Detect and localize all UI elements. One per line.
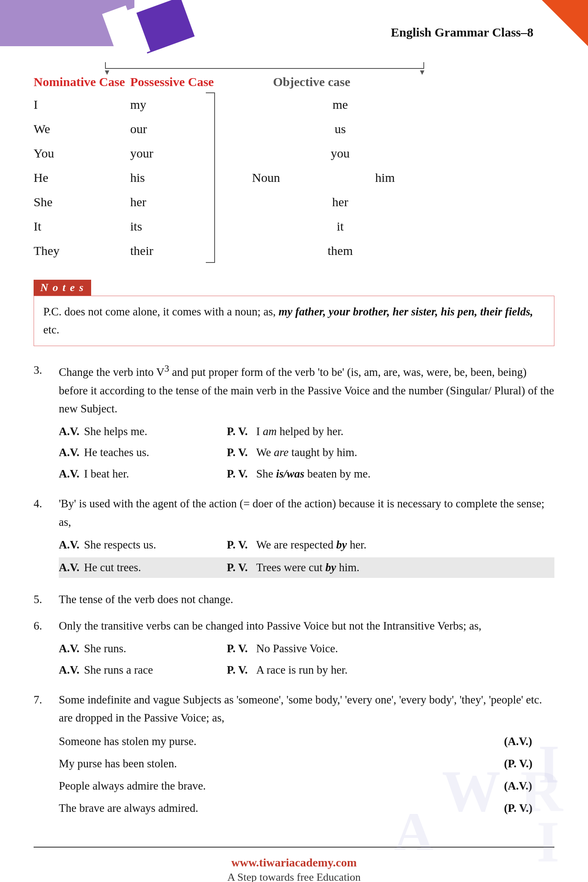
numbered-section: 3. Change the verb into V3 and put prope…: [34, 361, 554, 822]
pronoun-row-we: We our us: [34, 117, 554, 141]
poss-his: his: [130, 171, 239, 185]
pronoun-rows-container: I my me We our us You your you He his No…: [34, 92, 554, 263]
col-possessive-header: Possessive Case: [130, 75, 239, 89]
label-1: (A.V.): [504, 732, 554, 751]
sentence-1: Someone has stolen my purse.: [59, 732, 504, 751]
label-2: (P. V.): [504, 755, 554, 773]
sentence-3: People always admire the brave.: [59, 777, 504, 795]
example-row-3-1: A.V. She helps me. P. V. I am helped by …: [59, 423, 554, 440]
sentence-example-2: My purse has been stolen. (P. V.): [59, 755, 554, 773]
notes-bold-italic: my father, your brother, her sister, his…: [278, 305, 533, 318]
sentence-example-4: The brave are always admired. (P. V.): [59, 799, 554, 817]
nom-she: She: [34, 195, 130, 209]
example-row-6-2: A.V. She runs a race P. V. A race is run…: [59, 662, 554, 679]
item4-text: 'By' is used with the agent of the actio…: [59, 497, 544, 528]
item6-text: Only the transitive verbs can be changed…: [59, 620, 481, 632]
label-4: (P. V.): [504, 799, 554, 817]
nom-he: He: [34, 171, 130, 185]
item3-examples: A.V. She helps me. P. V. I am helped by …: [59, 423, 554, 483]
header-title: English Grammar Class–8: [391, 25, 533, 39]
poss-my: my: [130, 97, 239, 112]
example-row-6-1: A.V. She runs. P. V. No Passive Voice.: [59, 640, 554, 657]
notes-text2: etc.: [43, 323, 59, 336]
sentence-example-1: Someone has stolen my purse. (A.V.): [59, 732, 554, 751]
nom-you: You: [34, 146, 130, 160]
numbered-item-6: 6. Only the transitive verbs can be chan…: [34, 617, 554, 682]
obj-him: him: [326, 171, 444, 185]
numbered-item-5: 5. The tense of the verb does not change…: [34, 591, 554, 609]
notes-section: N o t e s P.C. does not come alone, it c…: [34, 280, 554, 346]
orange-triangle: [542, 0, 588, 46]
pronoun-section: ▼ ▼ Nominative Case Possessive Case Obje…: [34, 59, 554, 263]
poss-their: their: [130, 244, 239, 258]
sentence-4: The brave are always admired.: [59, 799, 504, 817]
example-row-4-1: A.V. She respects us. P. V. We are respe…: [59, 536, 554, 554]
numbered-item-4: 4. 'By' is used with the agent of the ac…: [34, 495, 554, 582]
pronoun-row-you: You your you: [34, 141, 554, 165]
poss-her: her: [130, 195, 239, 209]
obj-you: you: [281, 146, 399, 160]
nom-they: They: [34, 244, 130, 258]
example-row-4-2: A.V. He cut trees. P. V. Trees were cut …: [59, 557, 554, 578]
item7-text: Some indefinite and vague Subjects as 's…: [59, 693, 542, 724]
pronoun-row-he: He his Noun him: [34, 165, 554, 190]
pronoun-row-they: They their them: [34, 239, 554, 263]
label-3: (A.V.): [504, 777, 554, 795]
pronoun-row-i: I my me: [34, 92, 554, 117]
possessive-bracket: [206, 92, 215, 263]
footer-section: www.tiwariacademy.com A Step towards fre…: [34, 847, 554, 882]
main-content: ▼ ▼ Nominative Case Possessive Case Obje…: [0, 59, 588, 882]
numbered-item-3: 3. Change the verb into V3 and put prope…: [34, 361, 554, 486]
pronoun-row-she: She her her: [34, 190, 554, 214]
sentence-2: My purse has been stolen.: [59, 755, 504, 773]
obj-us: us: [281, 122, 399, 136]
sentence-example-3: People always admire the brave. (A.V.): [59, 777, 554, 795]
nom-i: I: [34, 97, 130, 112]
item4-examples: A.V. She respects us. P. V. We are respe…: [59, 536, 554, 578]
example-row-3-3: A.V. I beat her. P. V. She is/was beaten…: [59, 465, 554, 483]
nom-we: We: [34, 122, 130, 136]
poss-our: our: [130, 122, 239, 136]
noun-label: Noun: [252, 171, 280, 185]
obj-them: them: [281, 244, 399, 258]
item5-text: The tense of the verb does not change.: [59, 593, 233, 606]
notes-tag: N o t e s: [34, 280, 554, 296]
numbered-item-7: 7. Some indefinite and vague Subjects as…: [34, 691, 554, 822]
example-row-3-2: A.V. He teaches us. P. V. We are taught …: [59, 444, 554, 461]
item6-examples: A.V. She runs. P. V. No Passive Voice. A…: [59, 640, 554, 678]
col-nominative-header: Nominative Case: [34, 75, 130, 89]
pronoun-headers: Nominative Case Possessive Case Objectiv…: [34, 75, 554, 89]
poss-its: its: [130, 219, 239, 234]
col-objective-header: Objective case: [273, 75, 391, 89]
obj-me: me: [281, 97, 399, 112]
item3-text: Change the verb into V3 and put proper f…: [59, 366, 554, 415]
item7-sentence-examples: Someone has stolen my purse. (A.V.) My p…: [59, 732, 554, 818]
obj-it: it: [281, 219, 399, 234]
footer-website: www.tiwariacademy.com: [34, 856, 554, 869]
nom-it: It: [34, 219, 130, 234]
obj-her: her: [281, 195, 399, 209]
footer-tagline: A Step towards free Education: [34, 871, 554, 882]
poss-your: your: [130, 146, 239, 160]
notes-text: P.C. does not come alone, it comes with …: [43, 305, 278, 318]
top-decoration: English Grammar Class–8: [0, 0, 588, 55]
pronoun-row-it: It its it: [34, 214, 554, 239]
notes-box: P.C. does not come alone, it comes with …: [34, 296, 554, 346]
